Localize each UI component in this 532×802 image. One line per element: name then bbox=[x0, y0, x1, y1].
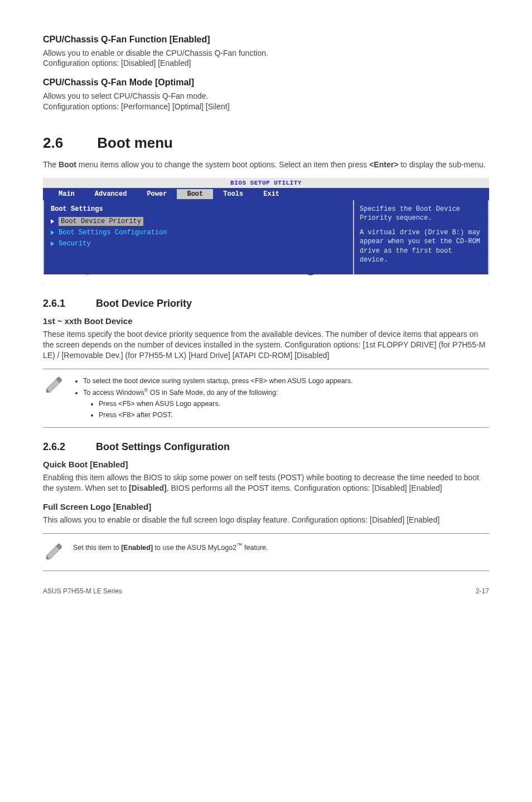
section-title: Boot menu bbox=[97, 134, 173, 151]
text-boot-device: These items specify the boot device prio… bbox=[43, 329, 489, 361]
section-number: 2.6.2 bbox=[43, 440, 93, 453]
section-2-6-1-heading: 2.6.1 Boot Device Priority bbox=[43, 297, 489, 310]
footer-left: ASUS P7H55-M LE Series bbox=[43, 587, 122, 596]
bios-help-2: A virtual drive (Drive B:) may appear wh… bbox=[360, 228, 482, 264]
text-quick-boot: Enabling this item allows the BIOS to sk… bbox=[43, 472, 489, 494]
bios-item: Boot Device Priority bbox=[51, 217, 346, 226]
bios-menu-exit: Exit bbox=[253, 189, 289, 199]
section-2-6-intro: The Boot menu items allow you to change … bbox=[43, 160, 489, 170]
footer-right: 2-17 bbox=[476, 587, 489, 596]
heading-qfan-mode: CPU/Chassis Q-Fan Mode [Optimal] bbox=[43, 76, 489, 89]
note-text: To select the boot device suring system … bbox=[73, 375, 489, 422]
bios-item: Security bbox=[51, 239, 346, 248]
heading-quick-boot: Quick Boot [Enabled] bbox=[43, 459, 489, 470]
t-bold: [Enabled] bbox=[121, 544, 153, 552]
bios-item-label: Boot Settings Configuration bbox=[59, 228, 167, 237]
chevron-right-icon bbox=[51, 230, 54, 235]
t-key: <Enter> bbox=[369, 160, 398, 169]
t: to use the ASUS MyLogo2 bbox=[153, 544, 236, 552]
bios-menu-main: Main bbox=[49, 189, 85, 199]
bios-menu-power: Power bbox=[137, 189, 177, 199]
section-2-6-2-heading: 2.6.2 Boot Settings Configuration bbox=[43, 440, 489, 453]
note-text: Set this item to [Enabled] to use the AS… bbox=[73, 542, 489, 553]
chevron-right-icon bbox=[51, 241, 54, 246]
bios-item-label: Boot Device Priority bbox=[59, 217, 143, 226]
text-qfan-mode: Allows you to select CPU/Chassis Q-Fan m… bbox=[43, 91, 489, 112]
section-number: 2.6 bbox=[43, 133, 93, 153]
page-footer: ASUS P7H55-M LE Series 2-17 bbox=[43, 587, 489, 596]
heading-qfan-function: CPU/Chassis Q-Fan Function [Enabled] bbox=[43, 33, 489, 46]
line: Configuration options: [Performance] [Op… bbox=[43, 102, 230, 111]
chevron-right-icon bbox=[51, 219, 54, 224]
note-bullet: To select the boot device suring system … bbox=[83, 376, 489, 386]
trademark-icon: ™ bbox=[236, 542, 242, 548]
note-block-2: Set this item to [Enabled] to use the AS… bbox=[43, 533, 489, 571]
note-sub-bullet: Press <F8> after POST. bbox=[99, 410, 489, 420]
bios-help-1: Specifies the Boot Device Priority seque… bbox=[360, 205, 482, 223]
bios-right-pane: Specifies the Boot Device Priority seque… bbox=[354, 200, 488, 274]
bios-title: BIOS SETUP UTILITY bbox=[43, 178, 489, 188]
t: to display the sub-menu. bbox=[398, 160, 485, 169]
bios-menu-boot: Boot bbox=[177, 189, 213, 199]
bios-panes: Boot Settings Boot Device PriorityBoot S… bbox=[43, 200, 489, 274]
bios-item: Boot Settings Configuration bbox=[51, 228, 346, 237]
note-sub-bullet: Press <F5> when ASUS Logo appears. bbox=[99, 399, 489, 409]
text-full-screen-logo: This allows you to enable or disable the… bbox=[43, 515, 489, 525]
heading-full-screen-logo: Full Screen Logo [Enabled] bbox=[43, 501, 489, 513]
t: , BIOS performs all the POST items. Conf… bbox=[167, 484, 442, 492]
bios-menu-tools: Tools bbox=[213, 189, 253, 199]
bios-item-label: Security bbox=[59, 239, 91, 248]
bios-cut-edge bbox=[43, 274, 489, 284]
line: Configuration options: [Disabled] [Enabl… bbox=[43, 59, 191, 67]
t: feature. bbox=[243, 544, 268, 552]
t-bold: Boot bbox=[59, 160, 76, 169]
section-title: Boot Settings Configuration bbox=[96, 441, 230, 452]
note-block-1: To select the boot device suring system … bbox=[43, 369, 489, 428]
bios-screenshot: BIOS SETUP UTILITY MainAdvancedPowerBoot… bbox=[43, 178, 489, 284]
bios-menubar: MainAdvancedPowerBootToolsExit bbox=[43, 188, 489, 200]
line: Allows you to enable or disable the CPU/… bbox=[43, 49, 268, 57]
t: menu items allow you to change the syste… bbox=[76, 160, 369, 169]
section-2-6-heading: 2.6 Boot menu bbox=[43, 133, 489, 153]
note-bullet: To access Windows® OS in Safe Mode, do a… bbox=[83, 388, 489, 420]
pencil-icon bbox=[43, 375, 64, 396]
bios-menu-advanced: Advanced bbox=[85, 189, 137, 199]
heading-boot-device: 1st ~ xxth Boot Device bbox=[43, 316, 489, 327]
t: Set this item to bbox=[73, 544, 121, 552]
section-number: 2.6.1 bbox=[43, 297, 93, 310]
t: To access Windows bbox=[83, 389, 144, 397]
bios-left-heading: Boot Settings bbox=[51, 205, 346, 214]
line: Allows you to select CPU/Chassis Q-Fan m… bbox=[43, 91, 208, 100]
pencil-icon bbox=[43, 542, 64, 563]
t: The bbox=[43, 160, 59, 169]
t: OS in Safe Mode, do any of the following… bbox=[148, 389, 278, 397]
text-qfan-function: Allows you to enable or disable the CPU/… bbox=[43, 48, 489, 69]
section-title: Boot Device Priority bbox=[96, 298, 192, 309]
bios-left-pane: Boot Settings Boot Device PriorityBoot S… bbox=[44, 200, 354, 274]
t-bold: [Disabled] bbox=[129, 484, 167, 492]
